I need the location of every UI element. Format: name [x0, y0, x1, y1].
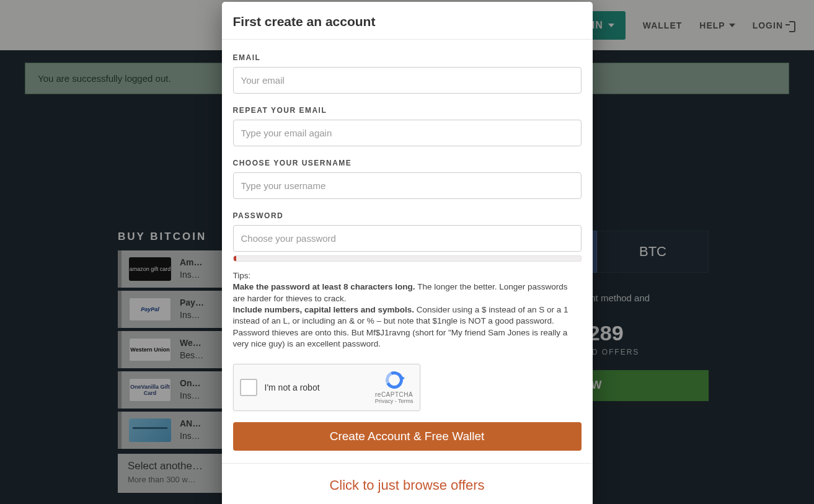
password-field[interactable]	[233, 225, 582, 252]
password-tips: Tips: Make the password at least 8 chara…	[233, 270, 582, 350]
email-field[interactable]	[233, 67, 582, 94]
password-strength-meter	[233, 255, 582, 262]
modal-title: First create an account	[222, 2, 593, 40]
recaptcha-icon	[384, 370, 404, 390]
recaptcha-checkbox[interactable]	[240, 379, 257, 396]
email-label: EMAIL	[233, 53, 582, 62]
recaptcha-label: I'm not a robot	[265, 382, 375, 392]
create-account-modal: First create an account EMAIL REPEAT YOU…	[222, 2, 593, 504]
browse-offers-link[interactable]: Click to just browse offers	[329, 477, 484, 493]
password-label: PASSWORD	[233, 211, 582, 220]
repeat-email-field[interactable]	[233, 120, 582, 146]
create-account-button[interactable]: Create Account & Free Wallet	[233, 422, 582, 451]
recaptcha-widget[interactable]: I'm not a robot reCAPTCHA Privacy - Term…	[233, 364, 420, 411]
username-label: CHOOSE YOUR USERNAME	[233, 159, 582, 167]
username-field[interactable]	[233, 172, 582, 199]
repeat-email-label: REPEAT YOUR EMAIL	[233, 106, 582, 115]
